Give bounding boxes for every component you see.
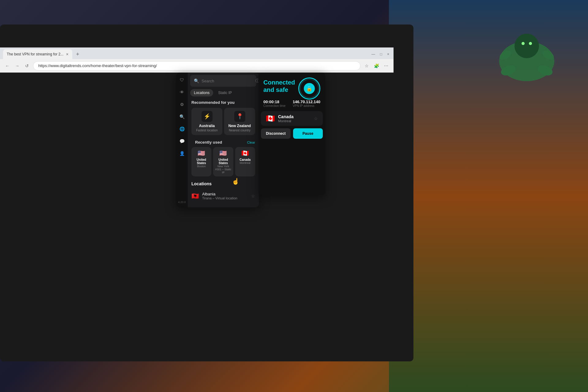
connected-header: Connected and safe 🔒	[258, 73, 325, 100]
connected-location-info: Canada Montreal	[278, 114, 311, 123]
tab-bar: The best VPN for streaming for 2... × + …	[0, 47, 394, 59]
vpn-tabs: Locations Static IP	[188, 89, 259, 96]
vpn-globe-icon[interactable]: 🌐	[178, 125, 186, 133]
recent-us-sub: Boston	[193, 165, 209, 168]
albania-sub: Tirana – Virtual location	[202, 196, 248, 200]
connected-star-icon[interactable]: ☆	[314, 116, 318, 121]
disconnect-button[interactable]: Disconnect	[261, 128, 291, 139]
vpn-ring-container: 🔒	[298, 77, 320, 100]
albania-info: Albania Tirana – Virtual location	[202, 192, 248, 200]
albania-name: Albania	[202, 192, 248, 196]
active-tab[interactable]: The best VPN for streaming for 2... ×	[3, 49, 72, 59]
vpn-connected-panel: Connected and safe 🔒 00:00:18 Connection…	[258, 73, 325, 195]
browser-chrome: The best VPN for streaming for 2... × + …	[0, 47, 394, 73]
recent-us-ny-sub: New York #301 – Static IP	[215, 165, 231, 174]
recent-us-ny-name: United States	[215, 158, 231, 165]
us-flag: 🇺🇸	[193, 149, 209, 157]
us-flag-2: 🇺🇸	[215, 149, 231, 157]
stat-ip: 146.70.112.140 VPN IP address	[293, 100, 320, 107]
recommended-title: Recommended for you	[188, 100, 259, 105]
recent-canada-sub: Montreal	[237, 161, 253, 164]
ip-address-label: VPN IP address	[293, 104, 320, 107]
vpn-account-icon[interactable]: 👤	[178, 150, 186, 157]
recent-us-name: United States	[193, 158, 209, 165]
location-card-newzealand[interactable]: 📍 New Zealand Nearest country	[224, 108, 255, 135]
vpn-version: 4.20.0	[178, 201, 186, 204]
recently-used-header: Recently used Clear	[188, 140, 259, 145]
svg-point-1	[514, 34, 539, 58]
location-albania[interactable]: 🇦🇱 Albania Tirana – Virtual location ☆	[188, 189, 259, 202]
connected-location[interactable]: 🇨🇦 Canada Montreal ☆	[261, 111, 323, 126]
connection-stats: 00:00:18 Connection time 146.70.112.140 …	[258, 100, 325, 107]
newzealand-name: New Zealand	[227, 124, 253, 128]
maximize-button[interactable]: □	[379, 52, 383, 56]
vpn-connection-ring: 🔒	[298, 77, 320, 100]
window-controls: — □ ×	[370, 52, 390, 56]
vpn-main-panel[interactable]: 🔍 ⓘ Locations Static IP Recommended for …	[188, 73, 259, 207]
url-bar: ← → ↺ ☆ 🧩 ⋯	[0, 59, 394, 73]
new-tab-button[interactable]: +	[74, 50, 82, 58]
vpn-lock-icon: 🔒	[304, 83, 315, 94]
albania-flag: 🇦🇱	[191, 192, 199, 200]
pause-button[interactable]: Pause	[293, 128, 323, 139]
connected-city: Montreal	[278, 119, 311, 123]
recent-canada[interactable]: 🇨🇦 Canada Montreal	[235, 147, 255, 176]
vpn-eye-icon[interactable]: 👁	[178, 89, 186, 96]
turtle-decoration	[484, 24, 570, 86]
connected-country-flag: 🇨🇦	[266, 114, 275, 123]
close-button[interactable]: ×	[386, 52, 390, 56]
svg-point-6	[522, 42, 525, 45]
australia-sub: Fastest location	[194, 129, 220, 132]
bookmark-icon[interactable]: ☆	[363, 62, 370, 70]
vpn-settings-icon[interactable]: ⚙	[178, 101, 186, 108]
canada-flag: 🇨🇦	[237, 149, 253, 157]
recent-us-boston[interactable]: 🇺🇸 United States Boston	[191, 147, 211, 176]
refresh-button[interactable]: ↺	[23, 62, 31, 70]
connection-time-value: 00:00:18	[263, 100, 288, 104]
menu-icon[interactable]: ⋯	[383, 62, 390, 70]
newzealand-icon: 📍	[234, 111, 245, 122]
recently-used-title: Recently used	[191, 140, 226, 145]
tab-locations[interactable]: Locations	[190, 89, 213, 96]
ip-address-value: 146.70.112.140	[293, 100, 320, 104]
tab-title: The best VPN for streaming for 2...	[7, 52, 63, 56]
svg-point-7	[529, 42, 532, 45]
extensions-icon[interactable]: 🧩	[373, 62, 380, 70]
action-buttons: Disconnect Pause	[258, 128, 325, 139]
australia-icon: ⚡	[202, 111, 213, 122]
connected-country-name: Canada	[278, 114, 311, 119]
back-button[interactable]: ←	[4, 62, 11, 70]
vpn-search-bar[interactable]: 🔍 ⓘ	[190, 75, 256, 87]
search-icon: 🔍	[194, 78, 199, 83]
vpn-sidebar-icons: 🛡 👁 ⚙ 🔍 🌐 💬 👤 4.20.0	[176, 73, 188, 207]
vpn-search-icon[interactable]: 🔍	[178, 113, 186, 120]
stat-time: 00:00:18 Connection time	[263, 100, 288, 107]
vpn-sidebar-panel: 🛡 👁 ⚙ 🔍 🌐 💬 👤 4.20.0 🔍 ⓘ Locations Stati…	[176, 73, 259, 207]
connection-time-label: Connection time	[263, 104, 288, 107]
tab-close-button[interactable]: ×	[66, 52, 68, 57]
newzealand-sub: Nearest country	[227, 129, 253, 132]
clear-button[interactable]: Clear	[247, 141, 255, 144]
recommended-grid: ⚡ Australia Fastest location 📍 New Zeala…	[188, 108, 259, 135]
minimize-button[interactable]: —	[370, 52, 376, 56]
australia-name: Australia	[194, 124, 220, 128]
recent-us-ny[interactable]: 🇺🇸 United States New York #301 – Static …	[213, 147, 233, 176]
albania-star[interactable]: ☆	[251, 194, 255, 198]
recent-locations: 🇺🇸 United States Boston 🇺🇸 United States…	[188, 147, 259, 176]
vpn-chat-icon[interactable]: 💬	[178, 138, 186, 145]
tab-static-ip[interactable]: Static IP	[214, 89, 236, 96]
vpn-shield-icon[interactable]: 🛡	[178, 76, 186, 84]
search-input[interactable]	[202, 79, 253, 83]
locations-section-title: Locations	[188, 181, 259, 186]
forward-button[interactable]: →	[13, 62, 21, 70]
location-card-australia[interactable]: ⚡ Australia Fastest location	[191, 108, 222, 135]
url-input[interactable]	[33, 61, 360, 70]
recent-canada-name: Canada	[237, 158, 253, 161]
